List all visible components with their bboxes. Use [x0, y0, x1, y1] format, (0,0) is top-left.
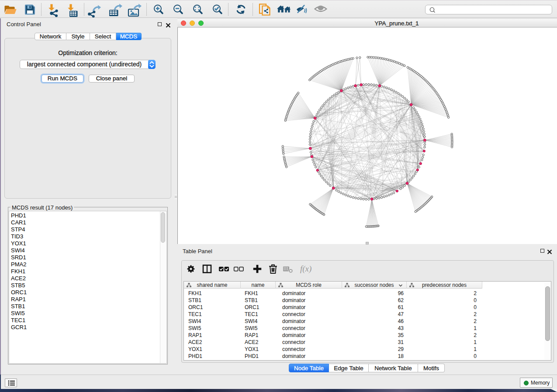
svg-text:f(x): f(x) — [300, 264, 311, 274]
